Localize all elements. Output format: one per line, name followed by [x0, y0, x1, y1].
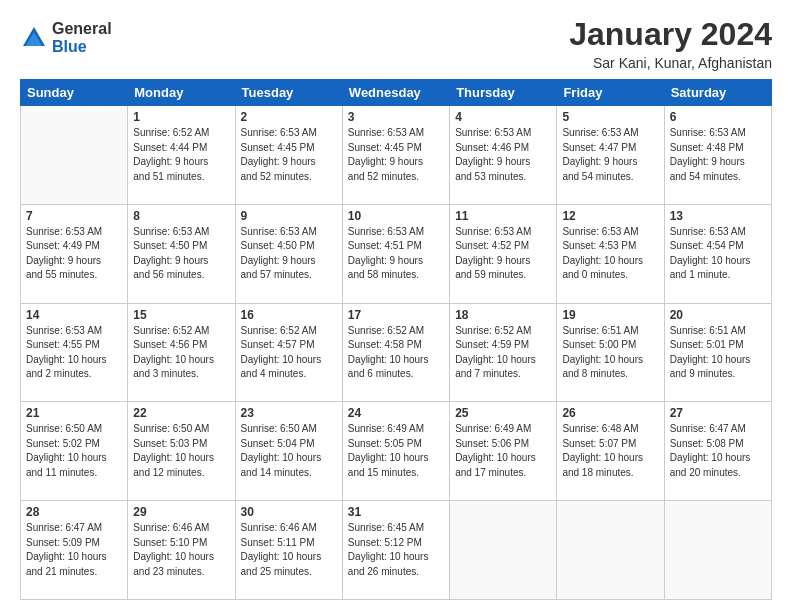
logo-general-label: General	[52, 20, 112, 38]
day-number: 29	[133, 505, 229, 519]
day-number: 21	[26, 406, 122, 420]
day-number: 9	[241, 209, 337, 223]
calendar-week-row: 14Sunrise: 6:53 AM Sunset: 4:55 PM Dayli…	[21, 303, 772, 402]
table-row: 2Sunrise: 6:53 AM Sunset: 4:45 PM Daylig…	[235, 106, 342, 205]
logo: General Blue	[20, 20, 112, 55]
day-number: 25	[455, 406, 551, 420]
table-row: 10Sunrise: 6:53 AM Sunset: 4:51 PM Dayli…	[342, 204, 449, 303]
day-info: Sunrise: 6:53 AM Sunset: 4:47 PM Dayligh…	[562, 126, 658, 184]
day-info: Sunrise: 6:53 AM Sunset: 4:53 PM Dayligh…	[562, 225, 658, 283]
day-number: 3	[348, 110, 444, 124]
table-row: 12Sunrise: 6:53 AM Sunset: 4:53 PM Dayli…	[557, 204, 664, 303]
title-block: January 2024 Sar Kani, Kunar, Afghanista…	[569, 16, 772, 71]
day-info: Sunrise: 6:53 AM Sunset: 4:54 PM Dayligh…	[670, 225, 766, 283]
page-title: January 2024	[569, 16, 772, 53]
table-row: 6Sunrise: 6:53 AM Sunset: 4:48 PM Daylig…	[664, 106, 771, 205]
day-number: 4	[455, 110, 551, 124]
col-header-saturday: Saturday	[664, 80, 771, 106]
day-number: 11	[455, 209, 551, 223]
day-info: Sunrise: 6:49 AM Sunset: 5:06 PM Dayligh…	[455, 422, 551, 480]
calendar-week-row: 28Sunrise: 6:47 AM Sunset: 5:09 PM Dayli…	[21, 501, 772, 600]
day-number: 20	[670, 308, 766, 322]
col-header-tuesday: Tuesday	[235, 80, 342, 106]
table-row: 20Sunrise: 6:51 AM Sunset: 5:01 PM Dayli…	[664, 303, 771, 402]
col-header-sunday: Sunday	[21, 80, 128, 106]
page-subtitle: Sar Kani, Kunar, Afghanistan	[569, 55, 772, 71]
day-number: 19	[562, 308, 658, 322]
table-row: 29Sunrise: 6:46 AM Sunset: 5:10 PM Dayli…	[128, 501, 235, 600]
day-info: Sunrise: 6:53 AM Sunset: 4:51 PM Dayligh…	[348, 225, 444, 283]
day-info: Sunrise: 6:47 AM Sunset: 5:08 PM Dayligh…	[670, 422, 766, 480]
table-row: 14Sunrise: 6:53 AM Sunset: 4:55 PM Dayli…	[21, 303, 128, 402]
day-info: Sunrise: 6:46 AM Sunset: 5:11 PM Dayligh…	[241, 521, 337, 579]
day-number: 5	[562, 110, 658, 124]
table-row: 27Sunrise: 6:47 AM Sunset: 5:08 PM Dayli…	[664, 402, 771, 501]
calendar-table: Sunday Monday Tuesday Wednesday Thursday…	[20, 79, 772, 600]
table-row	[450, 501, 557, 600]
day-info: Sunrise: 6:52 AM Sunset: 4:59 PM Dayligh…	[455, 324, 551, 382]
day-number: 10	[348, 209, 444, 223]
day-info: Sunrise: 6:53 AM Sunset: 4:49 PM Dayligh…	[26, 225, 122, 283]
page: General Blue January 2024 Sar Kani, Kuna…	[0, 0, 792, 612]
day-info: Sunrise: 6:52 AM Sunset: 4:57 PM Dayligh…	[241, 324, 337, 382]
calendar-week-row: 7Sunrise: 6:53 AM Sunset: 4:49 PM Daylig…	[21, 204, 772, 303]
day-info: Sunrise: 6:53 AM Sunset: 4:46 PM Dayligh…	[455, 126, 551, 184]
day-info: Sunrise: 6:53 AM Sunset: 4:55 PM Dayligh…	[26, 324, 122, 382]
calendar-header-row: Sunday Monday Tuesday Wednesday Thursday…	[21, 80, 772, 106]
day-info: Sunrise: 6:53 AM Sunset: 4:48 PM Dayligh…	[670, 126, 766, 184]
table-row: 15Sunrise: 6:52 AM Sunset: 4:56 PM Dayli…	[128, 303, 235, 402]
col-header-friday: Friday	[557, 80, 664, 106]
table-row: 30Sunrise: 6:46 AM Sunset: 5:11 PM Dayli…	[235, 501, 342, 600]
day-number: 18	[455, 308, 551, 322]
day-info: Sunrise: 6:53 AM Sunset: 4:50 PM Dayligh…	[241, 225, 337, 283]
logo-text: General Blue	[52, 20, 112, 55]
day-info: Sunrise: 6:51 AM Sunset: 5:01 PM Dayligh…	[670, 324, 766, 382]
day-number: 8	[133, 209, 229, 223]
day-number: 6	[670, 110, 766, 124]
table-row: 19Sunrise: 6:51 AM Sunset: 5:00 PM Dayli…	[557, 303, 664, 402]
header: General Blue January 2024 Sar Kani, Kuna…	[20, 16, 772, 71]
col-header-monday: Monday	[128, 80, 235, 106]
day-number: 26	[562, 406, 658, 420]
table-row: 28Sunrise: 6:47 AM Sunset: 5:09 PM Dayli…	[21, 501, 128, 600]
day-number: 2	[241, 110, 337, 124]
day-number: 23	[241, 406, 337, 420]
logo-blue-label: Blue	[52, 38, 112, 56]
table-row: 22Sunrise: 6:50 AM Sunset: 5:03 PM Dayli…	[128, 402, 235, 501]
table-row: 13Sunrise: 6:53 AM Sunset: 4:54 PM Dayli…	[664, 204, 771, 303]
calendar-week-row: 21Sunrise: 6:50 AM Sunset: 5:02 PM Dayli…	[21, 402, 772, 501]
day-number: 1	[133, 110, 229, 124]
logo-icon	[20, 24, 48, 52]
table-row	[664, 501, 771, 600]
table-row: 26Sunrise: 6:48 AM Sunset: 5:07 PM Dayli…	[557, 402, 664, 501]
table-row: 24Sunrise: 6:49 AM Sunset: 5:05 PM Dayli…	[342, 402, 449, 501]
day-info: Sunrise: 6:46 AM Sunset: 5:10 PM Dayligh…	[133, 521, 229, 579]
table-row: 16Sunrise: 6:52 AM Sunset: 4:57 PM Dayli…	[235, 303, 342, 402]
day-info: Sunrise: 6:53 AM Sunset: 4:52 PM Dayligh…	[455, 225, 551, 283]
day-number: 22	[133, 406, 229, 420]
table-row: 1Sunrise: 6:52 AM Sunset: 4:44 PM Daylig…	[128, 106, 235, 205]
table-row: 11Sunrise: 6:53 AM Sunset: 4:52 PM Dayli…	[450, 204, 557, 303]
day-number: 27	[670, 406, 766, 420]
table-row	[557, 501, 664, 600]
table-row: 31Sunrise: 6:45 AM Sunset: 5:12 PM Dayli…	[342, 501, 449, 600]
day-info: Sunrise: 6:52 AM Sunset: 4:44 PM Dayligh…	[133, 126, 229, 184]
day-number: 16	[241, 308, 337, 322]
table-row: 23Sunrise: 6:50 AM Sunset: 5:04 PM Dayli…	[235, 402, 342, 501]
day-info: Sunrise: 6:47 AM Sunset: 5:09 PM Dayligh…	[26, 521, 122, 579]
day-number: 7	[26, 209, 122, 223]
day-info: Sunrise: 6:53 AM Sunset: 4:45 PM Dayligh…	[348, 126, 444, 184]
day-info: Sunrise: 6:50 AM Sunset: 5:04 PM Dayligh…	[241, 422, 337, 480]
day-number: 14	[26, 308, 122, 322]
table-row: 5Sunrise: 6:53 AM Sunset: 4:47 PM Daylig…	[557, 106, 664, 205]
table-row: 18Sunrise: 6:52 AM Sunset: 4:59 PM Dayli…	[450, 303, 557, 402]
day-info: Sunrise: 6:50 AM Sunset: 5:03 PM Dayligh…	[133, 422, 229, 480]
table-row: 7Sunrise: 6:53 AM Sunset: 4:49 PM Daylig…	[21, 204, 128, 303]
day-info: Sunrise: 6:53 AM Sunset: 4:45 PM Dayligh…	[241, 126, 337, 184]
day-number: 30	[241, 505, 337, 519]
day-info: Sunrise: 6:50 AM Sunset: 5:02 PM Dayligh…	[26, 422, 122, 480]
day-number: 28	[26, 505, 122, 519]
table-row: 25Sunrise: 6:49 AM Sunset: 5:06 PM Dayli…	[450, 402, 557, 501]
table-row: 17Sunrise: 6:52 AM Sunset: 4:58 PM Dayli…	[342, 303, 449, 402]
table-row: 9Sunrise: 6:53 AM Sunset: 4:50 PM Daylig…	[235, 204, 342, 303]
